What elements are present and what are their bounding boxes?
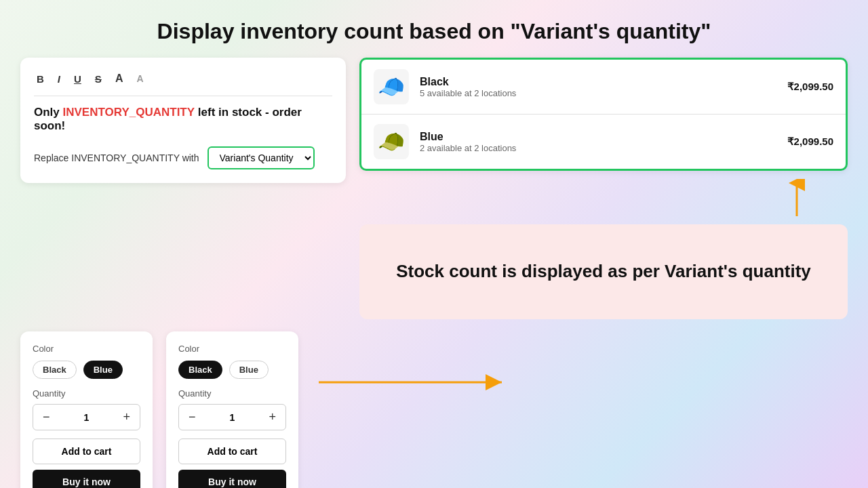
add-to-cart-right[interactable]: Add to cart <box>178 439 286 464</box>
color-black-left[interactable]: Black <box>33 361 77 379</box>
page-title: Display inventory count based on "Varian… <box>0 0 868 58</box>
product-card-right: Color Black Blue Quantity − 1 + Add to c… <box>166 331 298 488</box>
qty-label-left: Quantity <box>33 388 140 399</box>
italic-button[interactable]: I <box>55 72 63 86</box>
underline-button[interactable]: U <box>71 72 84 86</box>
buy-now-left[interactable]: Buy it now <box>33 470 140 488</box>
product-img-blue: 🧢 <box>374 124 409 159</box>
editor-panel: B I U S A A Only INVENTORY_QUANTITY left… <box>20 58 346 183</box>
color-label-left: Color <box>33 344 140 354</box>
product-info-blue: Blue 2 available at 2 locations <box>420 131 776 153</box>
inventory-row-black: 🧢 Black 5 available at 2 locations ₹2,09… <box>361 60 846 115</box>
color-options-right: Black Blue <box>178 361 286 379</box>
add-to-cart-left[interactable]: Add to cart <box>33 439 140 464</box>
qty-plus-right[interactable]: + <box>259 405 285 430</box>
font-a2-button[interactable]: A <box>134 72 146 85</box>
replace-row: Replace INVENTORY_QUANTITY with Variant'… <box>34 146 332 169</box>
color-label-right: Color <box>178 344 286 354</box>
right-panel: 🧢 Black 5 available at 2 locations ₹2,09… <box>359 58 848 319</box>
inventory-row-blue: 🧢 Blue 2 available at 2 locations ₹2,099… <box>361 115 846 169</box>
variant-quantity-select[interactable]: Variant's Quantity <box>208 146 315 169</box>
qty-value-right: 1 <box>205 412 260 423</box>
qty-label-right: Quantity <box>178 388 286 399</box>
qty-control-right: − 1 + <box>178 404 286 430</box>
color-blue-right[interactable]: Blue <box>229 361 269 379</box>
buy-now-right[interactable]: Buy it now <box>178 470 286 488</box>
product-info-black: Black 5 available at 2 locations <box>420 76 776 98</box>
editor-toolbar: B I U S A A <box>34 71 332 96</box>
arrow-right-icon <box>319 372 509 392</box>
qty-minus-left[interactable]: − <box>33 405 60 430</box>
color-options-left: Black Blue <box>33 361 140 379</box>
qty-control-left: − 1 + <box>33 404 140 430</box>
arrow-up-icon <box>787 179 807 216</box>
product-price-black: ₹2,099.50 <box>787 81 833 93</box>
product-price-blue: ₹2,099.50 <box>787 136 833 148</box>
arrow-right-area <box>319 331 509 392</box>
font-a-button[interactable]: A <box>113 71 126 86</box>
color-black-right[interactable]: Black <box>178 361 222 379</box>
strikethrough-button[interactable]: S <box>92 72 104 86</box>
bold-button[interactable]: B <box>34 72 47 86</box>
product-img-black: 🧢 <box>374 69 409 104</box>
color-blue-left[interactable]: Blue <box>83 361 123 379</box>
editor-message: Only INVENTORY_QUANTITY left in stock - … <box>34 106 332 133</box>
qty-plus-left[interactable]: + <box>113 405 140 430</box>
qty-value-left: 1 <box>60 412 114 423</box>
product-card-left: Color Black Blue Quantity − 1 + Add to c… <box>20 331 153 488</box>
inventory-table: 🧢 Black 5 available at 2 locations ₹2,09… <box>359 58 848 171</box>
stock-note-box: Stock count is displayed as per Variant'… <box>359 224 848 319</box>
qty-minus-right[interactable]: − <box>179 405 205 430</box>
